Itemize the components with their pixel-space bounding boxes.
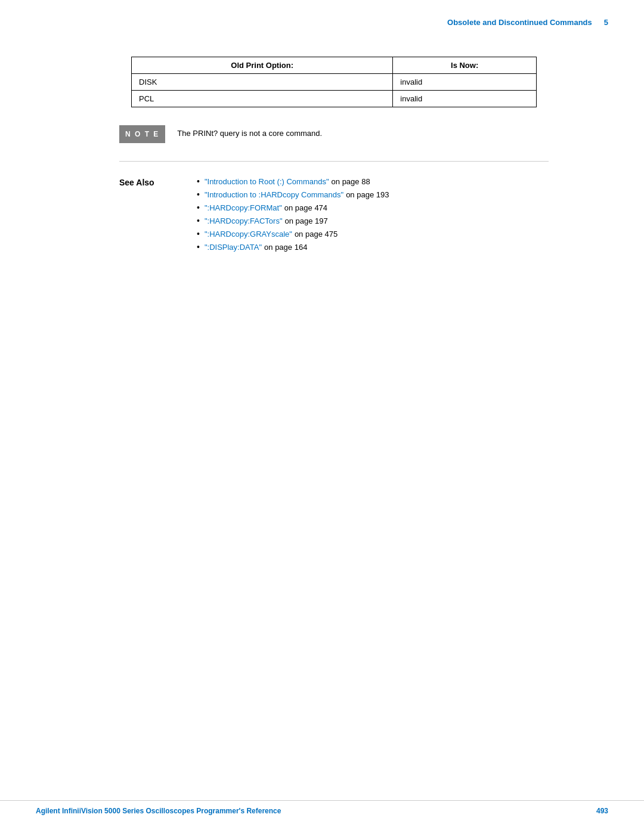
table-cell-old-option: DISK [132,74,393,91]
print-options-table: Old Print Option: Is Now: DISKinvalidPCL… [131,57,537,107]
list-item-suffix: on page 164 [264,243,307,252]
note-text: The PRINt? query is not a core command. [177,125,322,139]
table-row: DISKinvalid [132,74,537,91]
header-page-number: 5 [604,18,608,27]
see-also-link[interactable]: "Introduction to Root (:) Commands" [205,177,329,186]
see-also-section: See Also "Introduction to Root (:) Comma… [119,176,549,255]
page-container: Obsolete and Discontinued Commands 5 Old… [0,0,644,833]
list-item: ":DISPlay:DATA" on page 164 [197,242,389,252]
list-item: ":HARDcopy:FORMat" on page 474 [197,203,389,212]
see-also-link[interactable]: ":HARDcopy:FORMat" [205,203,282,212]
table-row: PCLinvalid [132,91,537,107]
page-footer: Agilent InfiniiVision 5000 Series Oscill… [0,800,644,815]
page-header: Obsolete and Discontinued Commands 5 [0,0,644,39]
see-also-link[interactable]: ":HARDcopy:FACTors" [205,216,283,225]
see-also-link[interactable]: "Introduction to :HARDcopy Commands" [205,190,343,199]
list-item: ":HARDcopy:FACTors" on page 197 [197,216,389,225]
see-also-link[interactable]: ":HARDcopy:GRAYscale" [205,230,292,239]
content-area: Old Print Option: Is Now: DISKinvalidPCL… [0,39,644,291]
list-item: ":HARDcopy:GRAYscale" on page 475 [197,229,389,239]
list-item: "Introduction to Root (:) Commands" on p… [197,176,389,186]
list-item: "Introduction to :HARDcopy Commands" on … [197,190,389,199]
see-also-label: See Also [119,176,197,255]
table-cell-old-option: PCL [132,91,393,107]
list-item-suffix: on page 197 [285,216,328,225]
footer-page-number: 493 [596,807,608,815]
list-item-suffix: on page 475 [295,230,338,239]
header-section-title: Obsolete and Discontinued Commands [447,18,592,27]
table-cell-is-now: invalid [393,91,537,107]
note-label: N O T E [119,125,165,143]
table-header-row: Old Print Option: Is Now: [132,57,537,74]
note-box: N O T E The PRINt? query is not a core c… [119,125,549,143]
list-item-suffix: on page 474 [284,203,327,212]
see-also-link[interactable]: ":DISPlay:DATA" [205,243,262,252]
section-divider [119,161,549,162]
table-col-old-option: Old Print Option: [132,57,393,74]
table-cell-is-now: invalid [393,74,537,91]
table-col-is-now: Is Now: [393,57,537,74]
list-item-suffix: on page 193 [346,190,389,199]
see-also-list: "Introduction to Root (:) Commands" on p… [197,176,389,255]
list-item-suffix: on page 88 [332,177,370,186]
footer-title: Agilent InfiniiVision 5000 Series Oscill… [36,807,281,815]
